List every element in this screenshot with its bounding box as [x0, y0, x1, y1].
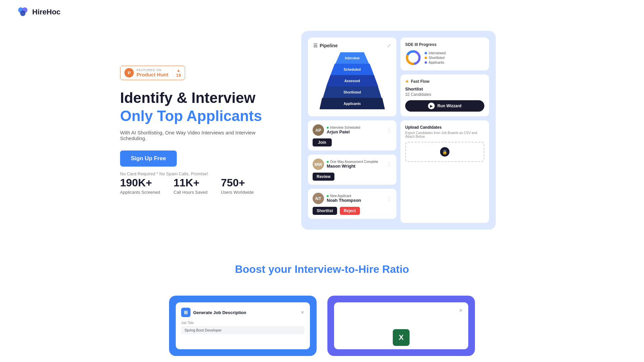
review-button-mason[interactable]: Review [313, 173, 334, 181]
pipeline-title: Pipeline [320, 43, 338, 48]
mason-menu-icon[interactable]: ⋮ [386, 161, 392, 168]
funnel-interview: Interview [335, 52, 369, 64]
pipeline-header: ☰ Pipeline ⤢ [313, 43, 391, 48]
hero-section: P FEATURED ON Product Hunt ▲ 19 Identify… [0, 24, 644, 243]
run-wizzard-button[interactable]: ▶ Run Wizzard [405, 100, 484, 112]
sde-donut-chart [405, 50, 421, 66]
upload-dropzone[interactable]: 🔒 [405, 142, 484, 162]
candidate-arjun: AP Interview Scheduled Arjun Patel ⋮ Joi… [308, 120, 396, 150]
ph-featured-label: FEATURED ON [137, 68, 168, 72]
import-card: ✕ X [327, 296, 475, 356]
fast-flow-header: Fast Flow [411, 79, 429, 84]
hero-left: P FEATURED ON Product Hunt ▲ 19 Identify… [120, 66, 281, 195]
cand-info-arjun: Interview Scheduled Arjun Patel [327, 126, 384, 134]
noah-name: Noah Thompson [327, 198, 384, 203]
stat-applicants-label: Applicants Screened [120, 190, 160, 195]
upload-title: Upload Candidates [405, 125, 484, 130]
funnel-chart: Interview Scheduled Assessed Shortlisted… [313, 52, 391, 109]
svg-point-2 [20, 11, 25, 16]
bottom-cards: ⊞ Generate Job Description ✕ Job Title S… [0, 296, 644, 356]
ph-logo-icon: P [124, 68, 134, 77]
mason-name: Mason Wright [327, 164, 384, 169]
candidates-list: AP Interview Scheduled Arjun Patel ⋮ Joi… [308, 120, 396, 223]
ph-arrow-icon: ▲ [176, 68, 180, 73]
lock-icon: 🔒 [440, 147, 449, 157]
boost-title: Boost your Interview-to-Hire Ratio [16, 263, 628, 276]
ph-product-name: Product Hunt [137, 72, 168, 77]
generate-jd-inner: ⊞ Generate Job Description ✕ Job Title S… [176, 302, 310, 349]
stat-calls-value: 11K+ [173, 177, 207, 189]
import-inner: ✕ X [334, 302, 468, 349]
hero-right: ☰ Pipeline ⤢ Interview Scheduled Assesse… [301, 31, 524, 230]
star-icon: ★ [405, 79, 409, 84]
right-col: SDE III Progress [400, 38, 489, 116]
ph-text: FEATURED ON Product Hunt [137, 68, 168, 77]
candidate-noah: NT New Applicant Noah Thompson ⋮ Shortli… [308, 189, 396, 219]
generate-title: Generate Job Description [193, 310, 246, 315]
cand-info-noah: New Applicant Noah Thompson [327, 194, 384, 203]
upload-desc: Export Candidates from Job Boards as CSV… [405, 131, 484, 138]
upload-card: Upload Candidates Export Candidates from… [400, 120, 489, 223]
reject-button-noah[interactable]: Reject [340, 207, 360, 215]
noah-menu-icon[interactable]: ⋮ [386, 195, 392, 202]
mason-status: One Way Assessment Complete [330, 160, 378, 164]
logo-icon [16, 5, 30, 19]
logo-text: HireHoc [32, 8, 60, 16]
shortlist-button-noah[interactable]: Shortlist [313, 207, 337, 215]
ph-votes: ▲ 19 [172, 68, 181, 78]
expand-icon[interactable]: ⤢ [387, 43, 391, 48]
boost-section: Boost your Interview-to-Hire Ratio ⊞ Gen… [0, 243, 644, 356]
logo: HireHoc [16, 5, 60, 19]
job-title-label: Job Title [181, 321, 305, 325]
navbar: HireHoc [0, 0, 644, 24]
funnel-applicants: Applicants [320, 98, 385, 109]
sde-card: SDE III Progress [400, 38, 489, 70]
generate-icon: ⊞ [181, 308, 191, 317]
pipeline-list-icon: ☰ [313, 43, 318, 48]
no-card-text: No Card Required * No Spam Calls, Promis… [120, 171, 208, 176]
run-wizzard-label: Run Wizzard [437, 104, 462, 108]
product-hunt-badge[interactable]: P FEATURED ON Product Hunt ▲ 19 [120, 66, 185, 80]
stat-applicants: 190K+ Applicants Screened [120, 177, 160, 195]
funnel-shortlisted: Shortlisted [323, 86, 382, 98]
stat-users-value: 750+ [221, 177, 254, 189]
join-button-arjun[interactable]: Join [313, 138, 332, 146]
stat-calls-label: Call Hours Saved [173, 190, 207, 195]
stat-users: 750+ Users Worldwide [221, 177, 254, 195]
funnel-scheduled: Scheduled [330, 64, 374, 75]
sde-title: SDE III Progress [405, 42, 484, 47]
hero-headline2: Only Top Applicants [120, 108, 281, 124]
avatar-arjun: AP [313, 124, 324, 136]
cand-info-mason: One Way Assessment Complete Mason Wright [327, 160, 384, 169]
arjun-menu-icon[interactable]: ⋮ [386, 127, 392, 133]
dashboard-card: ☰ Pipeline ⤢ Interview Scheduled Assesse… [301, 31, 496, 230]
generate-jd-card: ⊞ Generate Job Description ✕ Job Title S… [169, 296, 317, 356]
noah-status: New Applicant [330, 194, 351, 198]
job-title-input[interactable]: Spring Boot Developer [181, 326, 305, 334]
close-import-icon[interactable]: ✕ [459, 308, 463, 313]
signup-button[interactable]: Sign Up Free [120, 150, 177, 167]
hero-headline1: Identify & Interview [120, 89, 281, 107]
arjun-name: Arjun Patel [327, 129, 384, 134]
funnel-assessed: Assessed [326, 75, 378, 86]
fast-flow-label: Shortlist [405, 86, 484, 92]
pipeline-box: ☰ Pipeline ⤢ Interview Scheduled Assesse… [308, 38, 396, 116]
stat-users-label: Users Worldwide [221, 190, 254, 195]
candidate-mason: MW One Way Assessment Complete Mason Wri… [308, 155, 396, 185]
fast-flow-count: 32 Candidates [405, 92, 484, 97]
close-generate-icon[interactable]: ✕ [301, 310, 305, 315]
avatar-mason: MW [313, 159, 324, 170]
excel-icon: X [393, 329, 410, 346]
fast-flow-card: ★ Fast Flow Shortlist 32 Candidates ▶ Ru… [400, 74, 489, 116]
sde-legend: Interviewed Shortlisted Applicants [425, 51, 446, 64]
stat-calls: 11K+ Call Hours Saved [173, 177, 207, 195]
arjun-status: Interview Scheduled [330, 126, 360, 129]
avatar-noah: NT [313, 193, 324, 204]
stat-applicants-value: 190K+ [120, 177, 160, 189]
hero-subtitle: With AI Shortlisting, One Way Video Inte… [120, 130, 281, 141]
svg-point-6 [411, 55, 416, 60]
play-icon: ▶ [428, 103, 435, 109]
stats-row: 190K+ Applicants Screened 11K+ Call Hour… [120, 177, 281, 195]
ph-vote-count: 19 [176, 73, 181, 78]
